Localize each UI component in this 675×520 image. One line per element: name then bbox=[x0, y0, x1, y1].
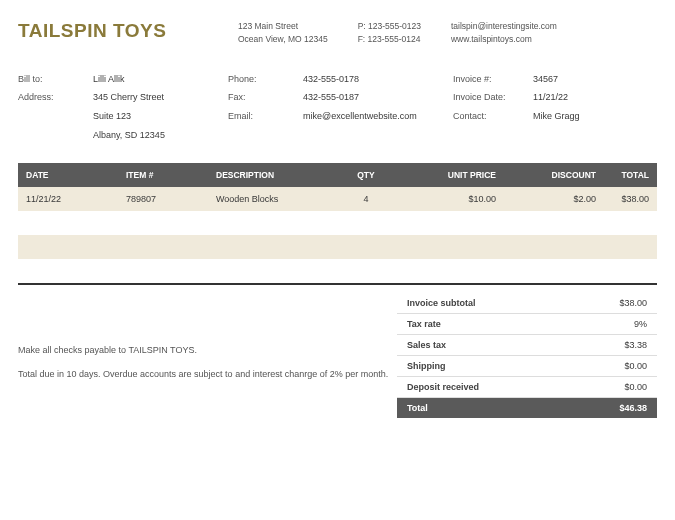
subtotal-label: Invoice subtotal bbox=[407, 298, 476, 308]
billto-city: Albany, SD 12345 bbox=[93, 126, 228, 145]
label-fax: Fax: bbox=[228, 88, 303, 107]
invoice-date: 11/21/22 bbox=[533, 88, 580, 107]
notes: Make all checks payable to TAILSPIN TOYS… bbox=[18, 293, 397, 418]
billto-phone: 432-555-0178 bbox=[303, 70, 453, 89]
company-email: tailspin@interestingsite.com bbox=[451, 20, 557, 33]
col-qty: QTY bbox=[336, 170, 396, 180]
cell-item: 789807 bbox=[126, 194, 216, 204]
salestax-label: Sales tax bbox=[407, 340, 446, 350]
company-info: 123 Main Street Ocean View, MO 12345 P: … bbox=[238, 20, 657, 46]
company-address2: Ocean View, MO 12345 bbox=[238, 33, 328, 46]
header: TAILSPIN TOYS 123 Main Street Ocean View… bbox=[18, 20, 657, 46]
cell-discount: $2.00 bbox=[496, 194, 596, 204]
invoice-number: 34567 bbox=[533, 70, 580, 89]
cell-desc: Wooden Blocks bbox=[216, 194, 336, 204]
invoice-contact: Mike Gragg bbox=[533, 107, 580, 126]
cell-qty: 4 bbox=[336, 194, 396, 204]
cell-date: 11/21/22 bbox=[26, 194, 126, 204]
note-terms: Total due in 10 days. Overdue accounts a… bbox=[18, 367, 397, 381]
company-address1: 123 Main Street bbox=[238, 20, 328, 33]
taxrate-label: Tax rate bbox=[407, 319, 441, 329]
label-address: Address: bbox=[18, 88, 93, 107]
label-contact: Contact: bbox=[453, 107, 533, 126]
deposit-label: Deposit received bbox=[407, 382, 479, 392]
summary: Invoice subtotal $38.00 Tax rate 9% Sale… bbox=[397, 293, 657, 418]
col-desc: DESCRIPTION bbox=[216, 170, 336, 180]
label-billto: Bill to: bbox=[18, 70, 93, 89]
shipping-value: $0.00 bbox=[624, 361, 647, 371]
billto-email: mike@excellentwebsite.com bbox=[303, 107, 433, 126]
col-item: ITEM # bbox=[126, 170, 216, 180]
total-label: Total bbox=[407, 403, 428, 413]
company-fax: F: 123-555-0124 bbox=[358, 33, 421, 46]
col-total: TOTAL bbox=[596, 170, 649, 180]
table-row-empty bbox=[18, 259, 657, 283]
subtotal-value: $38.00 bbox=[619, 298, 647, 308]
billto-street: 345 Cherry Street bbox=[93, 88, 228, 107]
deposit-value: $0.00 bbox=[624, 382, 647, 392]
total-value: $46.38 bbox=[619, 403, 647, 413]
billto-fax: 432-555-0187 bbox=[303, 88, 453, 107]
table-row-empty bbox=[18, 235, 657, 259]
col-date: DATE bbox=[26, 170, 126, 180]
billto-suite: Suite 123 bbox=[93, 107, 228, 126]
table-header: DATE ITEM # DESCRIPTION QTY UNIT PRICE D… bbox=[18, 163, 657, 187]
cell-price: $10.00 bbox=[396, 194, 496, 204]
label-invoice-date: Invoice Date: bbox=[453, 88, 533, 107]
label-email: Email: bbox=[228, 107, 303, 126]
company-phone: P: 123-555-0123 bbox=[358, 20, 421, 33]
salestax-value: $3.38 bbox=[624, 340, 647, 350]
company-website: www.tailspintoys.com bbox=[451, 33, 557, 46]
company-name: TAILSPIN TOYS bbox=[18, 20, 218, 46]
meta-section: Bill to: Address: Lilli Allik 345 Cherry… bbox=[18, 70, 657, 146]
label-phone: Phone: bbox=[228, 70, 303, 89]
table-row-empty bbox=[18, 211, 657, 235]
billto-name: Lilli Allik bbox=[93, 70, 228, 89]
col-discount: DISCOUNT bbox=[496, 170, 596, 180]
note-payable: Make all checks payable to TAILSPIN TOYS… bbox=[18, 343, 397, 357]
table-divider bbox=[18, 283, 657, 285]
col-price: UNIT PRICE bbox=[396, 170, 496, 180]
table-row: 11/21/22 789807 Wooden Blocks 4 $10.00 $… bbox=[18, 187, 657, 211]
cell-total: $38.00 bbox=[596, 194, 649, 204]
taxrate-value: 9% bbox=[634, 319, 647, 329]
shipping-label: Shipping bbox=[407, 361, 446, 371]
label-invoice-num: Invoice #: bbox=[453, 70, 533, 89]
